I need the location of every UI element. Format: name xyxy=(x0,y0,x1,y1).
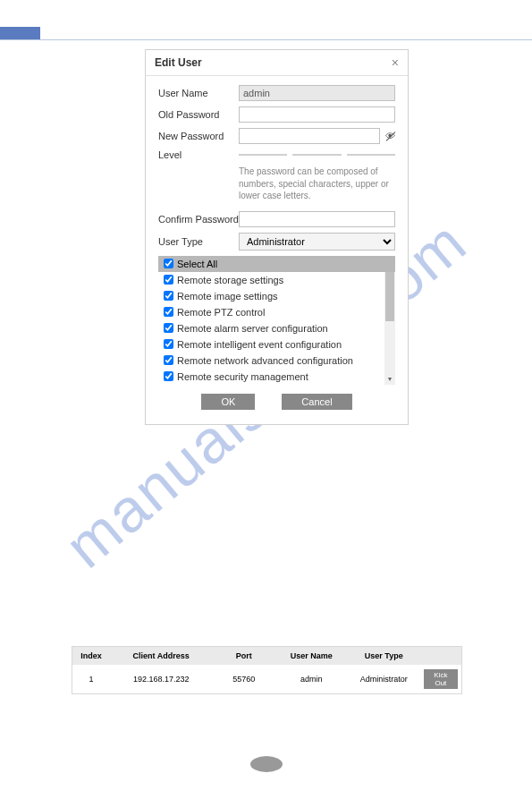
cancel-button[interactable]: Cancel xyxy=(282,394,351,410)
perm-label: Remote intelligent event configuration xyxy=(177,339,342,350)
row-username: User Name xyxy=(158,85,395,101)
th-username: User Name xyxy=(275,647,348,665)
page-top-tab xyxy=(0,27,40,39)
password-hint-text: The password can be composed of numbers,… xyxy=(239,166,395,202)
perm-label: Remote security management xyxy=(177,371,308,382)
scrollbar-down-icon[interactable]: ▾ xyxy=(384,374,395,385)
td-index: 1 xyxy=(72,670,110,688)
perm-label: Remote storage settings xyxy=(177,275,283,285)
select-all-label: Select All xyxy=(177,259,217,269)
th-action xyxy=(420,647,461,665)
label-username: User Name xyxy=(158,88,239,98)
dialog-header: Edit User × xyxy=(146,50,408,76)
checkbox-perm[interactable] xyxy=(164,307,173,317)
label-new-password: New Password xyxy=(158,131,239,141)
perm-item[interactable]: Remote PTZ control xyxy=(158,304,395,320)
checkbox-perm[interactable] xyxy=(164,275,173,285)
close-icon[interactable]: × xyxy=(392,55,399,70)
table-header: Index Client Address Port User Name User… xyxy=(72,647,461,665)
row-confirm-password: Confirm Password xyxy=(158,211,395,227)
perm-item[interactable]: Remote network advanced configuration xyxy=(158,353,395,369)
permissions-scrollbar[interactable]: ▾ xyxy=(384,272,395,385)
dialog-footer: OK Cancel xyxy=(158,385,395,412)
row-old-password: Old Password xyxy=(158,106,395,123)
select-all-row[interactable]: Select All xyxy=(158,256,395,272)
td-action: Kick Out xyxy=(420,665,461,693)
th-index: Index xyxy=(72,647,110,665)
input-confirm-password[interactable] xyxy=(239,211,395,227)
row-user-type: User Type Administrator xyxy=(158,233,395,251)
checkbox-perm[interactable] xyxy=(164,323,173,333)
input-old-password[interactable] xyxy=(239,106,395,123)
td-user-type: Administrator xyxy=(348,670,420,688)
row-new-password: New Password 👁 xyxy=(158,128,395,144)
checkbox-perm[interactable] xyxy=(164,355,173,365)
page-top-rule xyxy=(0,27,532,40)
dialog-title: Edit User xyxy=(155,56,202,69)
label-user-type: User Type xyxy=(158,236,239,247)
input-new-password[interactable] xyxy=(239,128,380,144)
row-level: Level xyxy=(158,149,395,160)
strength-seg-3 xyxy=(347,154,395,156)
perm-label: Remote alarm server configuration xyxy=(177,323,328,334)
permissions-list: Remote storage settings Remote image set… xyxy=(158,272,395,385)
select-user-type[interactable]: Administrator xyxy=(239,233,395,251)
checkbox-perm[interactable] xyxy=(164,371,173,381)
page-footer-ellipse xyxy=(250,756,283,772)
perm-label: Remote PTZ control xyxy=(177,307,265,318)
label-level: Level xyxy=(158,149,239,160)
strength-seg-2 xyxy=(292,154,341,156)
dialog-body: User Name Old Password New Password 👁 Le… xyxy=(146,76,408,424)
perm-item[interactable]: Remote alarm server configuration xyxy=(158,320,395,336)
table-row: 1 192.168.17.232 55760 admin Administrat… xyxy=(72,665,461,693)
td-port: 55760 xyxy=(213,670,275,688)
perm-label: Remote network advanced configuration xyxy=(177,355,353,366)
reveal-password-icon[interactable]: 👁 xyxy=(385,131,395,141)
ok-button[interactable]: OK xyxy=(201,394,255,410)
input-username xyxy=(239,85,395,101)
checkbox-perm[interactable] xyxy=(164,339,173,349)
label-confirm-password: Confirm Password xyxy=(158,214,239,225)
perm-label: Remote image settings xyxy=(177,291,278,302)
strength-seg-1 xyxy=(239,154,287,156)
edit-user-dialog: Edit User × User Name Old Password New P… xyxy=(145,49,409,425)
perm-item[interactable]: Remote intelligent event configuration xyxy=(158,336,395,353)
perm-item[interactable]: Remote security management xyxy=(158,369,395,385)
checkbox-perm[interactable] xyxy=(164,291,173,301)
kickout-button[interactable]: Kick Out xyxy=(424,669,458,689)
perm-item[interactable]: Remote image settings xyxy=(158,288,395,304)
td-username: admin xyxy=(275,670,348,688)
password-strength-meter xyxy=(239,154,395,156)
label-old-password: Old Password xyxy=(158,109,239,120)
td-client-address: 192.168.17.232 xyxy=(110,670,213,688)
th-user-type: User Type xyxy=(348,647,420,665)
perm-item[interactable]: Remote storage settings xyxy=(158,272,395,288)
scrollbar-thumb[interactable] xyxy=(385,272,394,321)
th-client-address: Client Address xyxy=(110,647,213,665)
online-users-table: Index Client Address Port User Name User… xyxy=(72,646,462,694)
th-port: Port xyxy=(213,647,275,665)
checkbox-select-all[interactable] xyxy=(164,259,173,268)
